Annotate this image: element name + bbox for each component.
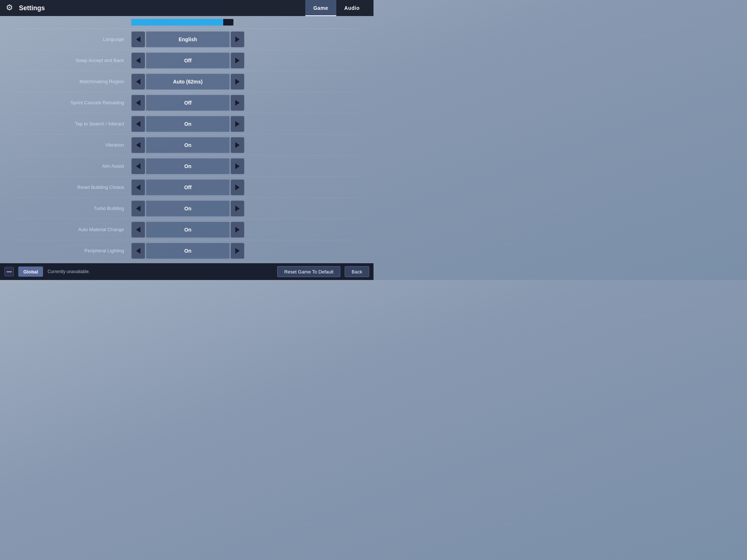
setting-label-aim-assist: Aim Assist	[15, 163, 131, 169]
tap-to-search-next-button[interactable]	[231, 116, 244, 132]
reset-building-choice-next-button[interactable]	[231, 179, 244, 195]
aim-assist-prev-button[interactable]	[131, 158, 145, 174]
setting-row-turbo-building: Turbo Building On	[15, 198, 359, 219]
slider-track[interactable]	[131, 19, 233, 26]
peripheral-lighting-value: On	[146, 243, 230, 259]
setting-row-sprint-cancels-reloading: Sprint Cancels Reloading Off	[15, 92, 359, 113]
setting-row-aim-assist: Aim Assist On	[15, 156, 359, 177]
setting-label-vibration: Vibration	[15, 142, 131, 148]
setting-row-vibration: Vibration On	[15, 135, 359, 156]
setting-control-auto-material-change: On	[131, 222, 244, 238]
setting-control-swap-accept-back: Off	[131, 52, 244, 69]
tap-to-search-value: On	[146, 116, 230, 132]
setting-row-matchmaking-region: Matchmaking Region Auto (62ms)	[15, 71, 359, 92]
setting-label-peripheral-lighting: Peripheral Lighting	[15, 248, 131, 253]
bottom-bar: — Global Currently unavailable. Reset Ga…	[0, 263, 374, 280]
setting-control-peripheral-lighting: On	[131, 243, 244, 259]
swap-accept-back-next-button[interactable]	[231, 52, 244, 69]
back-button[interactable]: Back	[345, 266, 369, 277]
setting-control-sprint-cancels-reloading: Off	[131, 95, 244, 111]
sprint-cancels-reloading-value: Off	[146, 95, 230, 111]
setting-row-reset-building-choice: Reset Building Choice Off	[15, 177, 359, 198]
tab-game[interactable]: Game	[305, 0, 336, 16]
setting-label-sprint-cancels-reloading: Sprint Cancels Reloading	[15, 100, 131, 105]
language-next-button[interactable]	[231, 31, 244, 47]
setting-row-swap-accept-back: Swap Accept and Back Off	[15, 50, 359, 71]
auto-material-change-next-button[interactable]	[231, 222, 244, 238]
peripheral-lighting-next-button[interactable]	[231, 243, 244, 259]
reset-building-choice-prev-button[interactable]	[131, 179, 145, 195]
matchmaking-region-value: Auto (62ms)	[146, 74, 230, 90]
tab-audio[interactable]: Audio	[336, 0, 368, 16]
aim-assist-value: On	[146, 158, 230, 174]
vibration-next-button[interactable]	[231, 137, 244, 153]
setting-label-swap-accept-back: Swap Accept and Back	[15, 58, 131, 63]
tap-to-search-prev-button[interactable]	[131, 116, 145, 132]
setting-label-reset-building-choice: Reset Building Choice	[15, 184, 131, 190]
app-title: Settings	[19, 4, 305, 12]
auto-material-change-value: On	[146, 222, 230, 238]
setting-control-matchmaking-region: Auto (62ms)	[131, 74, 244, 90]
slider-row	[15, 16, 359, 29]
title-bar: ⚙ Settings Game Audio	[0, 0, 374, 16]
sprint-cancels-reloading-next-button[interactable]	[231, 95, 244, 111]
language-prev-button[interactable]	[131, 31, 145, 47]
language-value: English	[146, 31, 230, 47]
matchmaking-region-next-button[interactable]	[231, 74, 244, 90]
swap-accept-back-value: Off	[146, 52, 230, 69]
setting-row-auto-material-change: Auto Material Change On	[15, 219, 359, 240]
setting-control-language: English	[131, 31, 244, 47]
slider-fill	[131, 19, 223, 26]
setting-control-vibration: On	[131, 137, 244, 153]
gear-icon: ⚙	[6, 3, 16, 13]
setting-label-matchmaking-region: Matchmaking Region	[15, 79, 131, 84]
auto-material-change-prev-button[interactable]	[131, 222, 145, 238]
setting-row-language: Language English	[15, 29, 359, 50]
matchmaking-region-prev-button[interactable]	[131, 74, 145, 90]
setting-control-tap-to-search: On	[131, 116, 244, 132]
turbo-building-next-button[interactable]	[231, 201, 244, 217]
swap-accept-back-prev-button[interactable]	[131, 52, 145, 69]
setting-control-turbo-building: On	[131, 201, 244, 217]
reset-game-button[interactable]: Reset Game To Default	[277, 266, 340, 277]
setting-control-aim-assist: On	[131, 158, 244, 174]
setting-label-tap-to-search: Tap to Search / Interact	[15, 121, 131, 127]
vibration-prev-button[interactable]	[131, 137, 145, 153]
reset-building-choice-value: Off	[146, 179, 230, 195]
sprint-cancels-reloading-prev-button[interactable]	[131, 95, 145, 111]
setting-label-auto-material-change: Auto Material Change	[15, 227, 131, 232]
setting-row-peripheral-lighting: Peripheral Lighting On	[15, 240, 359, 261]
turbo-building-prev-button[interactable]	[131, 201, 145, 217]
setting-row-tap-to-search: Tap to Search / Interact On	[15, 113, 359, 135]
setting-label-turbo-building: Turbo Building	[15, 206, 131, 211]
vibration-value: On	[146, 137, 230, 153]
aim-assist-next-button[interactable]	[231, 158, 244, 174]
setting-control-reset-building-choice: Off	[131, 179, 244, 195]
tabs-container: Game Audio	[305, 0, 368, 16]
setting-label-language: Language	[15, 36, 131, 42]
status-text: Currently unavailable.	[47, 269, 273, 274]
peripheral-lighting-prev-button[interactable]	[131, 243, 145, 259]
turbo-building-value: On	[146, 201, 230, 217]
minus-button[interactable]: —	[4, 267, 14, 276]
slider-track-container	[131, 19, 359, 26]
global-button[interactable]: Global	[18, 267, 43, 277]
settings-list: Language English Swap Accept and Back Of…	[0, 16, 374, 263]
